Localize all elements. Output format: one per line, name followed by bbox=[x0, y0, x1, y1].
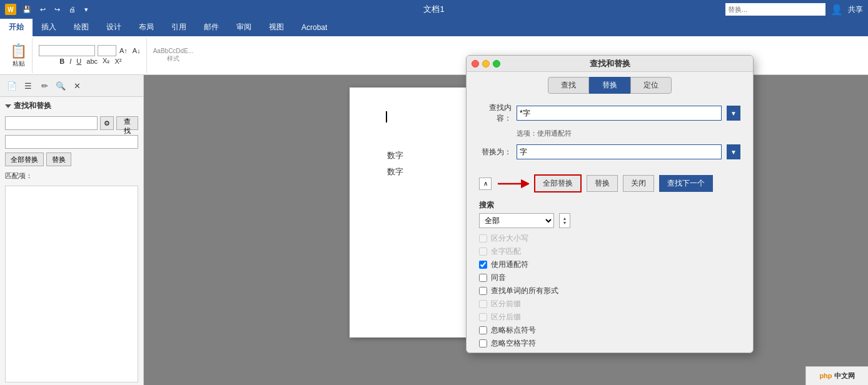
checkbox-row-casesensitive: 区分大小写 bbox=[479, 233, 740, 244]
tab-design[interactable]: 设计 bbox=[98, 19, 130, 36]
dialog-actions: ∧ 全部替换 替换 关闭 查找下一个 bbox=[467, 171, 753, 198]
sidebar-search-icon[interactable]: 🔍 bbox=[54, 79, 68, 92]
checkbox-wholeword[interactable] bbox=[479, 248, 487, 256]
dialog-tab-replace[interactable]: 替换 bbox=[589, 77, 630, 94]
sidebar-replace-btn[interactable]: 替换 bbox=[46, 152, 71, 166]
sidebar-triangle-icon bbox=[5, 104, 11, 108]
doc-line-2: 数字 bbox=[387, 166, 403, 178]
tab-insert[interactable]: 插入 bbox=[33, 19, 65, 36]
sidebar-replace-row bbox=[0, 132, 143, 151]
expand-btn[interactable]: ∧ bbox=[479, 178, 492, 190]
title-bar-left: W 💾 ↩ ↪ 🖨 ▾ bbox=[5, 4, 91, 15]
search-section-label: 搜索 bbox=[479, 200, 740, 211]
cursor bbox=[386, 111, 387, 122]
sidebar-title: 查找和替换 bbox=[0, 97, 143, 114]
ribbon-tabs: 开始 插入 绘图 设计 布局 引用 邮件 审阅 视图 Acrobat bbox=[0, 19, 868, 36]
tab-view[interactable]: 视图 bbox=[260, 19, 293, 36]
replace-row: 替换为： ▼ bbox=[479, 144, 740, 159]
search-row: 全部 向上 向下 ▲ ▼ bbox=[467, 213, 753, 233]
strikethrough-btn[interactable]: abc bbox=[84, 57, 99, 66]
sidebar-find-input[interactable] bbox=[5, 116, 98, 130]
tab-mail[interactable]: 邮件 bbox=[195, 19, 228, 36]
font-shrink-btn[interactable]: A↓ bbox=[131, 46, 143, 55]
dialog-tab-find[interactable]: 查找 bbox=[548, 77, 589, 94]
title-bar: W 💾 ↩ ↪ 🖨 ▾ 文档1 👤 共享 bbox=[0, 0, 868, 19]
search-spinner[interactable]: ▲ ▼ bbox=[559, 213, 570, 228]
sidebar-edit-icon[interactable]: ✏ bbox=[38, 79, 51, 92]
dialog-body: 查找内容： ▼ 选项：使用通配符 替换为： ▼ bbox=[467, 96, 753, 171]
underline-btn[interactable]: U bbox=[74, 57, 83, 66]
arrow-icon bbox=[497, 179, 529, 189]
quick-access-print[interactable]: 🖨 bbox=[66, 4, 78, 14]
traffic-lights bbox=[472, 60, 500, 68]
minimize-traffic-light[interactable] bbox=[482, 60, 490, 68]
italic-btn[interactable]: I bbox=[68, 57, 73, 66]
replace-label: 替换为： bbox=[479, 147, 512, 158]
bold-btn[interactable]: B bbox=[58, 57, 66, 66]
maximize-traffic-light[interactable] bbox=[493, 60, 500, 68]
title-search-input[interactable] bbox=[725, 3, 825, 16]
paste-label: 粘贴 bbox=[13, 59, 25, 68]
close-traffic-light[interactable] bbox=[472, 60, 479, 68]
find-input[interactable] bbox=[517, 106, 722, 121]
sidebar-gear-btn[interactable]: ⚙ bbox=[100, 116, 114, 130]
word-icon: W bbox=[5, 4, 16, 15]
tab-reference[interactable]: 引用 bbox=[163, 19, 195, 36]
quick-access-undo[interactable]: ↩ bbox=[38, 4, 48, 15]
checkbox-wildcard[interactable] bbox=[479, 261, 487, 269]
dialog-title: 查找和替换 bbox=[590, 58, 630, 69]
replace-btn[interactable]: 替换 bbox=[587, 175, 618, 192]
subscript-btn[interactable]: X₂ bbox=[101, 56, 111, 66]
checkbox-suffix[interactable] bbox=[479, 313, 487, 321]
replace-input[interactable] bbox=[517, 144, 722, 159]
checkbox-punctuation[interactable] bbox=[479, 326, 487, 334]
find-replace-dialog[interactable]: 查找和替换 查找 替换 定位 查找内容： ▼ 选项：使用通配符 替换为： ▼ bbox=[466, 55, 754, 353]
replace-dropdown-btn[interactable]: ▼ bbox=[727, 144, 740, 159]
font-size-input[interactable] bbox=[98, 45, 116, 56]
close-btn[interactable]: 关闭 bbox=[623, 175, 654, 192]
replace-all-btn[interactable]: 全部替换 bbox=[534, 174, 582, 192]
paste-icon[interactable]: 📋 bbox=[10, 43, 27, 59]
sidebar-toolbar: 📄 ☰ ✏ 🔍 ✕ bbox=[0, 75, 143, 97]
checkbox-row-wildcard: 使用通配符 bbox=[479, 259, 740, 270]
checkbox-whitespace[interactable] bbox=[479, 339, 487, 348]
font-grow-btn[interactable]: A↑ bbox=[118, 46, 129, 55]
tab-layout[interactable]: 布局 bbox=[130, 19, 163, 36]
checkbox-casesensitive[interactable] bbox=[479, 234, 487, 242]
checkbox-row-homophone: 同音 bbox=[479, 272, 740, 283]
watermark-bar: php 中文网 bbox=[805, 366, 868, 385]
dialog-tab-goto[interactable]: 定位 bbox=[630, 77, 672, 94]
font-name-input[interactable] bbox=[39, 45, 95, 56]
checkbox-allforms[interactable] bbox=[479, 287, 487, 295]
sidebar-match-label: 匹配项： bbox=[0, 169, 143, 183]
quick-access-redo[interactable]: ↪ bbox=[52, 4, 63, 15]
find-next-btn[interactable]: 查找下一个 bbox=[659, 175, 713, 192]
watermark-text: php 中文网 bbox=[819, 371, 854, 381]
find-row: 查找内容： ▼ bbox=[479, 102, 740, 124]
sidebar-list-icon[interactable]: ☰ bbox=[21, 79, 35, 92]
sidebar-replace-input[interactable] bbox=[5, 135, 138, 149]
checkbox-row-whitespace: 忽略空格字符 bbox=[479, 338, 740, 349]
tab-review[interactable]: 审阅 bbox=[228, 19, 260, 36]
share-label[interactable]: 共享 bbox=[848, 4, 863, 15]
doc-line-1: 数字 bbox=[387, 150, 403, 161]
tab-draw[interactable]: 绘图 bbox=[65, 19, 98, 36]
sidebar-results-area bbox=[5, 186, 138, 382]
paste-section: 📋 粘贴 bbox=[5, 38, 33, 73]
quick-access-more[interactable]: ▾ bbox=[82, 4, 91, 15]
tab-acrobat[interactable]: Acrobat bbox=[293, 19, 336, 36]
sidebar-replace-all-btn[interactable]: 全部替换 bbox=[5, 152, 44, 166]
quick-access-save[interactable]: 💾 bbox=[20, 4, 34, 15]
sidebar-action-row: 全部替换 替换 bbox=[0, 151, 143, 169]
checkbox-homophone[interactable] bbox=[479, 274, 487, 282]
search-select[interactable]: 全部 向上 向下 bbox=[479, 213, 554, 228]
sidebar-doc-icon[interactable]: 📄 bbox=[5, 79, 19, 92]
sidebar-close-icon[interactable]: ✕ bbox=[70, 79, 84, 92]
find-label: 查找内容： bbox=[479, 102, 512, 124]
find-dropdown-btn[interactable]: ▼ bbox=[727, 106, 740, 121]
checkbox-prefix[interactable] bbox=[479, 300, 487, 308]
tab-start[interactable]: 开始 bbox=[0, 19, 33, 36]
superscript-btn[interactable]: X² bbox=[113, 57, 123, 66]
sidebar-find-btn[interactable]: 查找 bbox=[116, 116, 138, 130]
sidebar: 📄 ☰ ✏ 🔍 ✕ 查找和替换 ⚙ 查找 全部替换 替换 匹配项： bbox=[0, 75, 144, 385]
